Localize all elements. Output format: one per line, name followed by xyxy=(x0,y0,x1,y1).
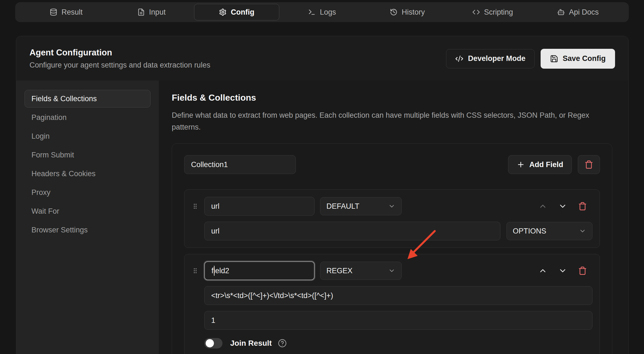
delete-collection-button[interactable] xyxy=(578,155,600,174)
field-type-select[interactable]: REGEX xyxy=(320,262,402,280)
move-field-up-button[interactable] xyxy=(533,262,553,279)
sidebar-item-fields-collections[interactable]: Fields & Collections xyxy=(25,90,151,108)
move-field-down-button[interactable] xyxy=(553,262,573,279)
file-icon xyxy=(137,8,145,16)
tab-scripting[interactable]: Scripting xyxy=(450,4,535,20)
help-circle-icon[interactable] xyxy=(278,339,287,348)
join-result-toggle[interactable] xyxy=(204,338,222,348)
collection-header-actions: Add Field xyxy=(508,155,600,174)
chevron-down-icon xyxy=(388,267,395,274)
sidebar-item-browser-settings[interactable]: Browser Settings xyxy=(25,221,151,239)
sidebar-item-login[interactable]: Login xyxy=(25,127,151,145)
developer-mode-button[interactable]: Developer Mode xyxy=(446,49,535,68)
field-row: REGEX xyxy=(192,261,592,280)
field-group-row xyxy=(204,311,592,330)
tab-label: Result xyxy=(61,8,83,17)
tab-api-docs[interactable]: Api Docs xyxy=(535,4,621,20)
code-icon xyxy=(472,8,480,16)
sidebar-item-proxy[interactable]: Proxy xyxy=(25,184,151,201)
field-row: DEFAULT xyxy=(192,197,592,216)
delete-field-button[interactable] xyxy=(573,262,592,279)
save-config-button[interactable]: Save Config xyxy=(541,49,615,69)
tab-logs[interactable]: Logs xyxy=(279,4,364,20)
chevron-down-icon xyxy=(558,202,567,211)
move-field-up-button[interactable] xyxy=(533,198,553,214)
delete-field-button[interactable] xyxy=(573,198,592,214)
save-config-label: Save Config xyxy=(563,54,606,63)
collection-card: Add Field DEFAU xyxy=(172,143,612,354)
fields-collections-panel: Fields & Collections Define what data to… xyxy=(159,81,628,354)
regex-group-input[interactable] xyxy=(204,311,592,330)
field-type-value: DEFAULT xyxy=(326,202,359,211)
page-subtitle: Configure your agent settings and data e… xyxy=(29,61,210,69)
database-icon xyxy=(50,8,57,16)
tab-label: Api Docs xyxy=(569,8,599,17)
drag-handle-icon[interactable] xyxy=(192,202,199,211)
section-heading: Fields & Collections xyxy=(172,93,612,103)
field-selector-input[interactable] xyxy=(204,222,500,240)
add-field-button[interactable]: Add Field xyxy=(508,155,572,174)
plus-icon xyxy=(517,160,525,169)
tab-input[interactable]: Input xyxy=(109,4,194,20)
agent-configuration-card: Agent Configuration Configure your agent… xyxy=(16,36,629,354)
drag-handle-icon[interactable] xyxy=(192,266,199,275)
field-options-value: OPTIONS xyxy=(513,227,546,235)
code-slash-icon xyxy=(455,55,463,63)
field-name-input[interactable] xyxy=(204,197,315,216)
history-icon xyxy=(390,8,398,16)
chevron-down-icon xyxy=(558,266,567,275)
tab-label: Input xyxy=(149,8,166,17)
toggle-knob xyxy=(206,339,214,347)
tab-result[interactable]: Result xyxy=(23,4,109,20)
section-description: Define what data to extract from web pag… xyxy=(172,109,603,133)
trash-icon xyxy=(578,266,587,275)
config-content: Fields & Collections Pagination Login Fo… xyxy=(16,81,628,354)
field-pattern-row xyxy=(204,286,592,305)
card-header: Agent Configuration Configure your agent… xyxy=(16,36,628,81)
field-row-actions xyxy=(533,262,592,279)
chevron-down-icon xyxy=(388,203,395,210)
field-type-select[interactable]: DEFAULT xyxy=(320,197,402,215)
config-sidebar: Fields & Collections Pagination Login Fo… xyxy=(16,81,159,354)
regex-pattern-input[interactable] xyxy=(204,286,592,305)
gear-icon xyxy=(219,8,227,16)
text-caret xyxy=(214,266,214,276)
header-actions: Developer Mode Save Config xyxy=(446,49,615,69)
card-header-text: Agent Configuration Configure your agent… xyxy=(29,48,210,69)
top-tab-bar: Result Input Config Logs History Scripti… xyxy=(15,2,629,22)
tab-config[interactable]: Config xyxy=(194,4,279,20)
page-title: Agent Configuration xyxy=(29,48,210,58)
field-card-url: DEFAULT xyxy=(184,189,600,248)
sidebar-item-wait-for[interactable]: Wait For xyxy=(25,202,151,220)
sidebar-item-form-submit[interactable]: Form Submit xyxy=(25,146,151,164)
collection-name-input[interactable] xyxy=(184,155,296,174)
field-type-value: REGEX xyxy=(326,267,353,275)
move-field-down-button[interactable] xyxy=(553,198,573,214)
collection-header: Add Field xyxy=(184,155,600,174)
chevron-up-icon xyxy=(538,202,547,211)
field-name-input-focused[interactable] xyxy=(204,261,315,280)
bot-icon xyxy=(557,8,565,16)
tab-label: Scripting xyxy=(484,8,513,17)
field-options-select[interactable]: OPTIONS xyxy=(506,222,592,240)
add-field-label: Add Field xyxy=(529,160,563,169)
tab-label: Logs xyxy=(320,8,336,17)
focused-input-wrap xyxy=(204,261,315,280)
join-result-label: Join Result xyxy=(230,339,272,348)
save-icon xyxy=(550,55,558,63)
tab-label: Config xyxy=(231,8,254,17)
field-row-actions xyxy=(533,198,592,214)
field-selector-row: OPTIONS xyxy=(204,222,592,240)
trash-icon xyxy=(584,160,593,169)
terminal-icon xyxy=(308,8,316,16)
chevron-up-icon xyxy=(538,266,547,275)
field-card-field2: REGEX xyxy=(184,254,600,354)
sidebar-item-pagination[interactable]: Pagination xyxy=(25,109,151,126)
sidebar-item-headers-cookies[interactable]: Headers & Cookies xyxy=(25,165,151,183)
tab-label: History xyxy=(402,8,425,17)
trash-icon xyxy=(578,202,587,211)
tab-history[interactable]: History xyxy=(365,4,450,20)
developer-mode-label: Developer Mode xyxy=(468,54,525,63)
join-result-row: Join Result xyxy=(204,338,592,348)
chevron-down-icon xyxy=(579,227,586,235)
